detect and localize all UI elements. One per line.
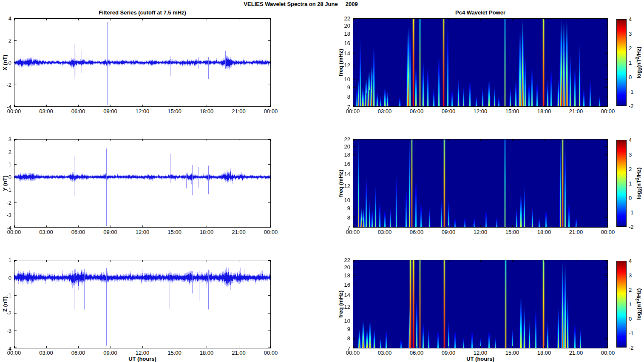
y-tick-label: 1: [0, 257, 11, 263]
colorbar-tick-label: 1: [629, 60, 641, 66]
x-tick-label: 18:00: [534, 229, 554, 235]
x-wavelet-spectrogram: [353, 18, 608, 107]
y-tick-label: 18: [332, 31, 350, 37]
colorbar-tick-label: 2: [629, 45, 641, 51]
x-tick-label: 00:00: [598, 229, 618, 235]
z-series-plot: [14, 260, 271, 348]
y-tick-label: 1: [0, 161, 11, 168]
x-tick-label: 15:00: [165, 350, 185, 356]
left-x-axis-label: UT (hours): [14, 356, 271, 362]
x-tick-label: 09:00: [100, 350, 121, 356]
colorbar-2: [616, 140, 627, 227]
y-tick-label: 9: [332, 326, 350, 332]
x-tick-label: 09:00: [438, 229, 459, 235]
x-tick-label: 21:00: [229, 108, 249, 114]
x-tick-label: 00:00: [4, 229, 24, 235]
y-axis-label-z: Z (nT): [2, 296, 8, 312]
y-tick-label: -3: [0, 328, 11, 334]
left-column-title: Filtered Series (cutoff at 7.5 mHz): [14, 9, 271, 16]
x-tick-label: 15:00: [165, 229, 185, 235]
colorbar-tick-label: 4: [629, 16, 641, 23]
x-tick-label: 15:00: [502, 350, 522, 356]
x-tick-label: 06:00: [406, 350, 427, 356]
y-tick-label: 16: [332, 161, 350, 167]
figure-window: VELIES Wavelet Spectra on 28 June 2009 F…: [0, 0, 644, 362]
x-tick-label: 21:00: [566, 108, 586, 114]
y-tick-label: 20: [332, 264, 350, 271]
x-tick-label: 00:00: [598, 350, 618, 356]
colorbar-tick-label: 4: [629, 137, 641, 143]
x-tick-label: 00:00: [4, 350, 24, 356]
y-tick-label: 22: [332, 257, 350, 263]
x-tick-label: 00:00: [261, 350, 281, 356]
colorbar-tick-label: 0: [629, 195, 641, 201]
y-tick-label: 20: [332, 23, 350, 29]
y-tick-label: -1: [0, 292, 11, 299]
y-tick-label: 10: [332, 76, 350, 83]
colorbar-tick-label: 1: [629, 180, 641, 187]
y-tick-label: -3: [0, 212, 11, 218]
x-tick-label: 12:00: [132, 108, 153, 114]
colorbar-1: [616, 19, 627, 106]
y-tick-label: 10: [332, 197, 350, 203]
y-tick-label: 8: [332, 335, 350, 342]
x-tick-label: 21:00: [229, 350, 249, 356]
x-tick-label: 09:00: [438, 350, 459, 356]
x-tick-label: 12:00: [132, 350, 153, 356]
colorbar-tick-label: 3: [629, 151, 641, 158]
colorbar-tick-label: 4: [629, 258, 641, 264]
y-tick-label: 0: [0, 174, 11, 180]
colorbar-3: [616, 261, 627, 348]
colorbar-tick-label: -2: [629, 103, 641, 109]
y-tick-label: 14: [332, 171, 350, 177]
y-tick-label: 18: [332, 272, 350, 279]
x-tick-label: 00:00: [343, 350, 363, 356]
colorbar-tick-label: -1: [629, 209, 641, 216]
y-series-plot: [14, 139, 271, 228]
x-tick-label: 18:00: [196, 108, 217, 114]
x-tick-label: 12:00: [470, 229, 491, 235]
x-tick-label: 09:00: [100, 108, 121, 114]
x-tick-label: 06:00: [406, 229, 427, 235]
x-tick-label: 12:00: [132, 229, 153, 235]
y-tick-label: -2: [0, 82, 11, 88]
right-x-axis-label: UT (hours): [353, 356, 608, 362]
x-tick-label: 15:00: [502, 229, 522, 235]
x-tick-label: 18:00: [196, 350, 217, 356]
y-tick-label: 18: [332, 151, 350, 158]
colorbar-tick-label: -1: [629, 88, 641, 95]
x-tick-label: 21:00: [566, 350, 586, 356]
colorbar-tick-label: 0: [629, 74, 641, 80]
colorbar-tick-label: 1: [629, 301, 641, 308]
y-tick-label: 2: [0, 149, 11, 155]
figure-title: VELIES Wavelet Spectra on 28 June 2009: [0, 1, 601, 7]
y-tick-label: 3: [0, 136, 11, 143]
y-tick-label: -2: [0, 310, 11, 316]
x-tick-label: 21:00: [566, 229, 586, 235]
y-tick-label: 12: [332, 304, 350, 310]
y-tick-label: 12: [332, 62, 350, 68]
x-tick-label: 15:00: [502, 108, 522, 114]
z-wavelet-spectrogram: [353, 260, 608, 348]
x-tick-label: 03:00: [36, 229, 57, 235]
x-tick-label: 00:00: [343, 229, 363, 235]
y-tick-label: 14: [332, 50, 350, 57]
colorbar-tick-label: 3: [629, 272, 641, 279]
x-tick-label: 06:00: [68, 108, 88, 114]
x-tick-label: 06:00: [406, 108, 427, 114]
y-tick-label: 9: [332, 205, 350, 211]
right-column-title: Pc4 Wavelet Power: [353, 9, 608, 16]
y-tick-label: 9: [332, 84, 350, 91]
x-tick-label: 03:00: [36, 350, 57, 356]
x-tick-label: 21:00: [229, 229, 249, 235]
x-tick-label: 06:00: [68, 350, 88, 356]
x-tick-label: 00:00: [261, 108, 281, 114]
y-tick-label: -2: [0, 200, 11, 206]
y-tick-label: 22: [332, 136, 350, 143]
x-tick-label: 03:00: [374, 350, 395, 356]
y-tick-label: 14: [332, 292, 350, 298]
x-series-plot: [14, 18, 271, 107]
x-tick-label: 03:00: [36, 108, 57, 114]
colorbar-tick-label: 0: [629, 316, 641, 322]
y-tick-label: 20: [332, 143, 350, 150]
